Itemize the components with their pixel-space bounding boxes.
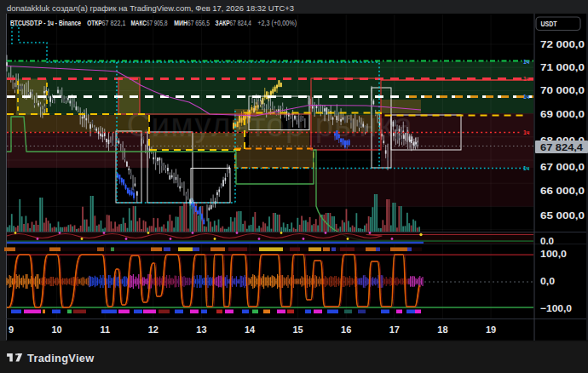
svg-text:МАКС: МАКС [131, 18, 147, 27]
svg-text:11: 11 [100, 324, 110, 335]
svg-text:1ч: 1ч [523, 59, 530, 65]
svg-text:0.0: 0.0 [540, 236, 554, 246]
svg-text:72 000,0: 72 000,0 [540, 39, 585, 49]
svg-text:70 000,0: 70 000,0 [540, 85, 585, 95]
svg-text:−100,0: −100,0 [540, 303, 572, 313]
svg-text:17: 17 [389, 324, 400, 335]
svg-text:67 656,5: 67 656,5 [187, 18, 210, 27]
svg-text:USDT: USDT [541, 19, 557, 28]
svg-text:1ч: 1ч [523, 129, 530, 135]
svg-text:ОТКР: ОТКР [87, 18, 102, 27]
svg-text:1ч: 1ч [523, 165, 530, 171]
svg-text:МИН: МИН [174, 18, 187, 27]
svg-text:donatakkluk создал(а) график н: donatakkluk создал(а) график на TradingV… [7, 3, 294, 13]
svg-text:13: 13 [196, 324, 206, 335]
svg-text:19: 19 [486, 324, 496, 335]
svg-text:16: 16 [341, 324, 351, 335]
svg-text:67 905,8: 67 905,8 [147, 18, 168, 27]
svg-text:0,0: 0,0 [540, 276, 555, 286]
svg-text:+2,3 (+0,00%): +2,3 (+0,00%) [257, 18, 297, 27]
svg-text:65 000,0: 65 000,0 [540, 210, 585, 221]
svg-text:14: 14 [245, 324, 256, 335]
svg-text:18: 18 [437, 324, 447, 335]
svg-text:67 824,4: 67 824,4 [230, 18, 251, 27]
svg-text:12: 12 [148, 324, 159, 335]
svg-text:15: 15 [292, 324, 303, 335]
svg-text:67 822,1: 67 822,1 [102, 18, 126, 27]
svg-text:TradingView: TradingView [27, 352, 94, 364]
svg-text:100,0: 100,0 [540, 249, 567, 259]
svg-text:67 000,0: 67 000,0 [540, 162, 585, 172]
svg-text:1ч: 1ч [523, 76, 530, 82]
svg-text:BTCUSDT.P - 1ч - Binance: BTCUSDT.P - 1ч - Binance [10, 18, 81, 27]
svg-text:ЗАКР: ЗАКР [216, 18, 230, 27]
svg-text:71 000,0: 71 000,0 [540, 62, 585, 72]
svg-text:1ч: 1ч [523, 94, 530, 100]
svg-text:67 824,4: 67 824,4 [540, 142, 584, 152]
svg-text:10: 10 [51, 324, 61, 335]
svg-text:9: 9 [9, 324, 14, 335]
svg-text:69 000,0: 69 000,0 [540, 109, 585, 119]
svg-text:66 000,0: 66 000,0 [540, 186, 585, 196]
